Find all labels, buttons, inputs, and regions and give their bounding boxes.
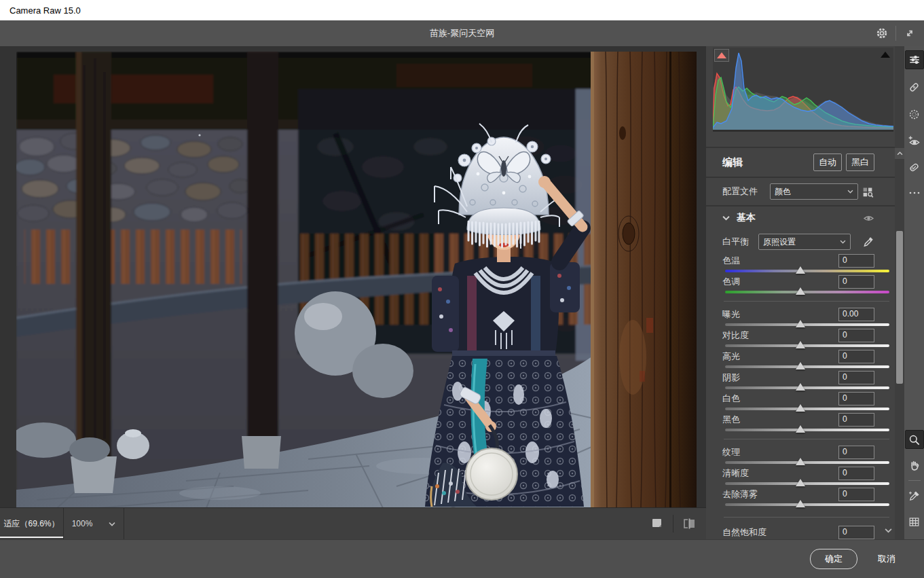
slider-tint: 色调 0 <box>724 275 891 296</box>
tool-column <box>904 46 924 539</box>
contrast-value-field[interactable]: 0 <box>838 329 874 342</box>
camera-raw-dialog: Camera Raw 15.0 苗族-聚问天空网 <box>0 0 924 578</box>
slider-label: 阴影 <box>722 372 740 384</box>
slider-thumb[interactable] <box>796 500 805 507</box>
white-balance-label: 白平衡 <box>722 236 749 248</box>
white-balance-eyedropper-button[interactable] <box>905 486 924 505</box>
edit-tool-button[interactable] <box>905 50 924 69</box>
slider-exposure: 曝光 0.00 <box>724 308 891 329</box>
clarity-value-field[interactable]: 0 <box>838 467 874 480</box>
red-eye-tool-button[interactable] <box>905 132 924 151</box>
fit-zoom-label: 适应（69.6%） <box>3 518 59 530</box>
highlights-slider-track[interactable] <box>725 365 889 368</box>
ok-button[interactable]: 确定 <box>810 549 857 569</box>
slider-thumb[interactable] <box>796 287 805 295</box>
eyedropper-icon[interactable] <box>862 236 874 248</box>
dehaze-value-field[interactable]: 0 <box>838 488 874 501</box>
white-balance-value: 原照设置 <box>763 236 796 248</box>
tint-value-field[interactable]: 0 <box>838 275 874 289</box>
zoom-chevron-down-icon[interactable] <box>100 508 124 539</box>
presets-tool-button[interactable] <box>905 158 924 177</box>
basic-sliders: 色温 0 色调 0 曝光 0.00 对比度 <box>706 254 895 539</box>
slider-thumb[interactable] <box>796 266 805 274</box>
auto-button[interactable]: 自动 <box>813 153 842 171</box>
temperature-slider-track[interactable] <box>725 270 889 272</box>
masking-tool-button[interactable] <box>905 105 924 124</box>
eye-icon[interactable] <box>863 214 874 223</box>
histogram-strip <box>706 132 895 147</box>
slider-thumb[interactable] <box>796 404 805 412</box>
tint-slider-track[interactable] <box>725 291 889 293</box>
profile-value: 颜色 <box>775 186 791 198</box>
photo-canvas[interactable] <box>0 46 706 507</box>
grid-overlay-button[interactable] <box>905 512 924 531</box>
slider-thumb[interactable] <box>796 458 805 465</box>
expand-icon[interactable] <box>900 24 920 42</box>
slider-thumb[interactable] <box>796 341 805 348</box>
white-balance-dropdown[interactable]: 原照设置 <box>758 234 851 250</box>
slider-label: 曝光 <box>722 308 740 321</box>
bw-button[interactable]: 黑白 <box>846 153 874 171</box>
header-actions <box>872 20 920 46</box>
exposure-slider-track[interactable] <box>725 323 889 326</box>
shadows-value-field[interactable]: 0 <box>838 371 874 384</box>
whites-slider-track[interactable] <box>725 408 889 410</box>
zoom-level-value: 100% <box>72 519 93 528</box>
whites-value-field[interactable]: 0 <box>838 392 874 405</box>
panel-scrollbar[interactable] <box>895 46 904 539</box>
chevron-down-icon <box>840 240 846 244</box>
zoom-tool-button[interactable] <box>905 430 924 449</box>
fit-zoom-tab[interactable]: 适应（69.6%） <box>0 508 63 539</box>
dehaze-slider-track[interactable] <box>725 503 889 506</box>
tool-separator <box>908 480 921 481</box>
slider-thumb[interactable] <box>796 425 805 433</box>
temperature-value-field[interactable]: 0 <box>838 254 874 268</box>
photo-miao-portrait <box>16 52 697 507</box>
blacks-slider-track[interactable] <box>725 429 889 431</box>
slider-group-divider <box>724 517 889 518</box>
slider-thumb[interactable] <box>796 479 805 486</box>
slider-clarity: 清晰度 0 <box>724 467 891 488</box>
basic-section-header[interactable]: 基本 <box>706 206 895 230</box>
contrast-slider-track[interactable] <box>725 344 889 347</box>
edit-header-row: 编辑 自动 黑白 <box>706 148 895 177</box>
view-toolbar: 适应（69.6%） 100% <box>0 507 706 539</box>
profile-dropdown[interactable]: 颜色 <box>770 183 858 200</box>
more-options-button[interactable] <box>905 183 924 202</box>
shadow-clipping-toggle[interactable] <box>714 49 729 62</box>
single-view-icon[interactable] <box>647 513 667 534</box>
clarity-slider-track[interactable] <box>725 482 889 485</box>
exposure-value-field[interactable]: 0.00 <box>838 308 874 321</box>
slider-group-divider <box>724 439 889 439</box>
slider-vibrance: 自然饱和度 0 <box>724 526 891 539</box>
before-after-icon[interactable] <box>679 513 699 534</box>
wood-post <box>591 52 697 507</box>
slider-thumb[interactable] <box>796 320 805 327</box>
window-titlebar: Camera Raw 15.0 <box>0 0 924 20</box>
texture-value-field[interactable]: 0 <box>838 446 874 459</box>
blacks-value-field[interactable]: 0 <box>838 413 874 427</box>
vibrance-value-field[interactable]: 0 <box>838 526 874 539</box>
edit-panel: 编辑 自动 黑白 配置文件 颜色 <box>706 46 895 539</box>
slider-dehaze: 去除薄雾 0 <box>724 488 891 509</box>
slider-thumb[interactable] <box>796 383 805 391</box>
cancel-button[interactable]: 取消 <box>878 553 895 565</box>
image-viewport: 适应（69.6%） 100% <box>0 46 706 539</box>
slider-thumb[interactable] <box>796 362 805 369</box>
shadows-slider-track[interactable] <box>725 386 889 389</box>
document-title: 苗族-聚问天空网 <box>0 27 924 39</box>
texture-slider-track[interactable] <box>725 461 889 464</box>
browse-profiles-icon[interactable] <box>861 185 874 198</box>
highlight-clipping-toggle[interactable] <box>879 49 892 60</box>
scroll-up-button[interactable] <box>895 148 904 159</box>
histogram[interactable] <box>713 48 893 132</box>
healing-tool-button[interactable] <box>905 77 924 96</box>
slider-temperature: 色温 0 <box>724 254 891 275</box>
zoom-level-select[interactable]: 100% <box>64 508 100 539</box>
hand-tool-button[interactable] <box>905 456 924 475</box>
panel-scroll-chevron-down-icon[interactable] <box>885 528 892 533</box>
highlights-value-field[interactable]: 0 <box>838 350 874 363</box>
scrollbar-thumb[interactable] <box>896 231 903 384</box>
gear-icon[interactable] <box>872 24 892 42</box>
viewbar-separator <box>673 515 673 532</box>
